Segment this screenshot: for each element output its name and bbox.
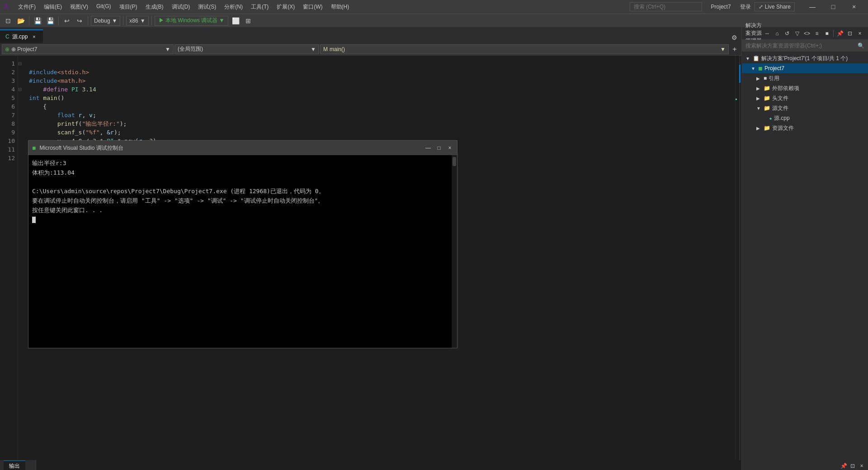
title-search-input[interactable] — [630, 2, 702, 11]
menu-help[interactable]: 帮助(H) — [327, 2, 353, 12]
toolbar-separator-1 — [29, 16, 29, 25]
console-title-label: Microsoft Visual Studio 调试控制台 — [39, 144, 421, 152]
se-maximize-icon[interactable]: ⊡ — [845, 29, 854, 38]
platform-dropdown[interactable]: x86 ▼ — [126, 16, 148, 26]
func-nav-arrow: ▼ — [720, 46, 726, 52]
menu-project[interactable]: 项目(P) — [116, 2, 141, 12]
undo-icon[interactable]: ↩ — [61, 15, 72, 26]
source-files-item[interactable]: ▼ 📁 源文件 — [742, 103, 868, 113]
output-tab[interactable]: 输出 — [4, 461, 25, 470]
output-tab-header: 输出 — [0, 460, 36, 470]
line-6: float r, v; — [29, 112, 96, 119]
header-files-label: 头文件 — [772, 95, 788, 102]
console-scrollbar[interactable] — [452, 155, 457, 348]
se-home-icon[interactable]: ⌂ — [773, 29, 782, 38]
se-refresh-icon[interactable]: ↺ — [783, 29, 792, 38]
save-icon[interactable]: 💾 — [32, 15, 43, 26]
new-project-icon[interactable]: ⊡ — [3, 15, 14, 26]
save-all-icon[interactable]: 💾 — [45, 15, 56, 26]
right-bottom-panel: 📌 ⊡ × — [741, 460, 868, 470]
step-icon[interactable]: ⊞ — [243, 15, 254, 26]
tab-close-button[interactable]: × — [30, 33, 38, 40]
scope-nav-dropdown[interactable]: (全局范围) ▼ — [175, 44, 319, 54]
console-line-6: 按任意键关闭此窗口. . . — [32, 206, 448, 215]
restore-button[interactable]: □ — [823, 0, 844, 14]
menu-test[interactable]: 测试(S) — [194, 2, 220, 12]
breakpoint-icon[interactable]: ⬜ — [230, 15, 241, 26]
redo-icon[interactable]: ↪ — [74, 15, 85, 26]
login-button[interactable]: 登录 — [740, 3, 751, 11]
console-cursor — [32, 217, 36, 223]
se-code-icon[interactable]: <> — [802, 29, 811, 38]
external-deps-item[interactable]: ▶ 📁 外部依赖项 — [742, 83, 868, 93]
line-num-4: 4 — [3, 85, 15, 94]
menu-extensions[interactable]: 扩展(X) — [273, 2, 298, 12]
scope-nav-label: (全局范围) — [178, 45, 203, 53]
live-share-button[interactable]: ⤢ Live Share — [755, 2, 795, 11]
source-files-icon: 📁 — [764, 105, 770, 111]
console-line-1: 输出半径r:3 — [32, 159, 448, 168]
bottom-right-empty — [36, 460, 741, 470]
line-5: { — [29, 103, 47, 110]
menu-file[interactable]: 文件(F) — [14, 2, 39, 12]
resource-files-label: 资源文件 — [772, 124, 794, 132]
se-search-bar: 🔍 — [742, 40, 868, 52]
source-cpp-label: 源.cpp — [774, 114, 790, 122]
solution-explorer-header: 解决方案资源管理器 ↔ ⌂ ↺ ▽ <> ≡ ■ 📌 ⊡ × — [742, 27, 868, 40]
console-restore-button[interactable]: □ — [435, 144, 443, 152]
solution-root-item[interactable]: ▼ 📋 解决方案'Project7'(1 个项目/共 1 个) — [742, 53, 868, 63]
window-controls: — □ × — [802, 0, 864, 14]
se-sync-icon[interactable]: ↔ — [763, 29, 772, 38]
se-filter-icon[interactable]: ▽ — [793, 29, 802, 38]
expand-arrow-header: ▶ — [756, 96, 762, 101]
tab-settings-icon[interactable]: ⚙ — [729, 32, 740, 43]
resource-files-item[interactable]: ▶ 📁 资源文件 — [742, 123, 868, 133]
menu-view[interactable]: 视图(V) — [66, 2, 92, 12]
close-button[interactable]: × — [844, 0, 864, 14]
line-num-5: 5 — [3, 94, 15, 102]
se-active-icon[interactable]: ■ — [822, 29, 831, 38]
line-7: printf("输出半径r:"); — [29, 120, 127, 127]
line-num-1: 1 — [3, 59, 15, 68]
rp-close-icon[interactable]: × — [857, 461, 866, 470]
se-close-icon[interactable]: × — [855, 29, 864, 38]
func-nav-label: main() — [330, 46, 345, 52]
minimize-button[interactable]: — — [802, 0, 823, 14]
menu-build[interactable]: 生成(B) — [142, 2, 167, 12]
editor-tab-source[interactable]: C 源.cpp × — [0, 29, 43, 43]
editor-scrollbar[interactable] — [735, 56, 741, 460]
project-nav-dropdown[interactable]: ⊕ ⊕ Project7 ▼ — [2, 44, 174, 54]
menu-tools[interactable]: 工具(T) — [247, 2, 272, 12]
line-num-7: 7 — [3, 111, 15, 119]
line-num-11: 11 — [3, 145, 15, 154]
live-share-label: Live Share — [765, 4, 791, 10]
debug-console-content[interactable]: 输出半径r:3 体积为:113.04 C:\Users\admin\source… — [28, 155, 452, 348]
se-search-input[interactable] — [745, 43, 856, 49]
se-properties-icon[interactable]: ≡ — [812, 29, 821, 38]
rp-pin-icon[interactable]: 📌 — [839, 461, 848, 470]
references-icon: ■ — [764, 75, 767, 81]
console-close-button[interactable]: × — [446, 144, 453, 152]
menu-window[interactable]: 窗口(W) — [299, 2, 326, 12]
menu-edit[interactable]: 编辑(E) — [40, 2, 66, 12]
se-pin-icon[interactable]: 📌 — [835, 29, 844, 38]
solution-label: 解决方案'Project7'(1 个项目/共 1 个) — [761, 55, 848, 62]
debug-config-dropdown[interactable]: Debug ▼ — [91, 16, 120, 26]
nav-add-button[interactable]: + — [730, 44, 740, 54]
menu-analyze[interactable]: 分析(N) — [221, 2, 246, 12]
rp-maximize-icon[interactable]: ⊡ — [848, 461, 857, 470]
func-nav-dropdown[interactable]: M main() ▼ — [320, 44, 729, 54]
run-button[interactable]: ▶ 本地 Windows 调试器 ▼ — [155, 16, 229, 26]
open-icon[interactable]: 📂 — [15, 15, 26, 26]
console-scrollbar-thumb — [453, 157, 456, 166]
menu-debug[interactable]: 调试(D) — [168, 2, 194, 12]
project-item[interactable]: ▼ ◼ Project7 — [742, 63, 868, 73]
console-minimize-button[interactable]: — — [425, 144, 432, 152]
header-files-item[interactable]: ▶ 📁 头文件 — [742, 93, 868, 103]
platform-label: x86 — [129, 18, 138, 24]
references-item[interactable]: ▶ ■ 引用 — [742, 73, 868, 83]
cpp-file-icon: ⬥ — [769, 115, 772, 121]
menu-git[interactable]: Git(G) — [93, 2, 115, 12]
source-cpp-item[interactable]: ⬥ 源.cpp — [742, 113, 868, 123]
nav-bar: ⊕ ⊕ Project7 ▼ (全局范围) ▼ M main() ▼ + — [0, 43, 741, 56]
